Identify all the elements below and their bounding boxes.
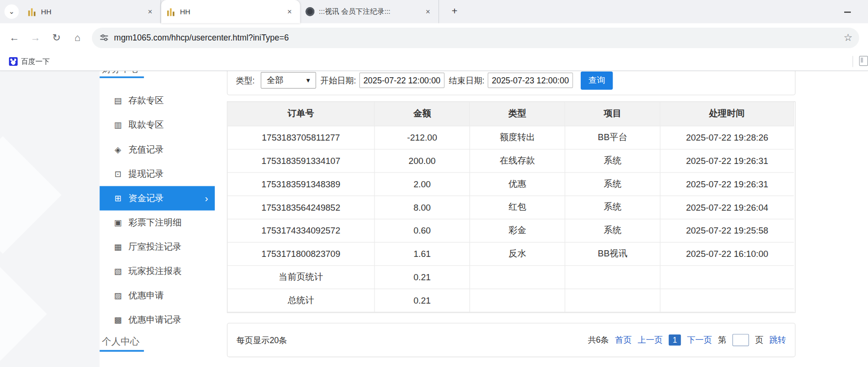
sidebar-item[interactable]: 提现记录 › bbox=[100, 162, 215, 186]
cell-time: 2025-07-22 16:10:00 bbox=[660, 243, 794, 266]
type-filter-label: 类型: bbox=[236, 76, 255, 86]
tab-favicon-icon bbox=[167, 7, 176, 16]
cell-amount: 200.00 bbox=[375, 150, 470, 173]
browser-tab[interactable]: HH × bbox=[22, 0, 161, 23]
query-button[interactable]: 查询 bbox=[581, 71, 613, 90]
cell-time bbox=[660, 289, 794, 313]
sidebar-item-label: 取款专区 bbox=[129, 119, 164, 131]
records-table: 订单号 金额 类型 项目 处理时间 1753183705811277 -212.… bbox=[227, 102, 795, 313]
sidebar-item[interactable]: 存款专区 › bbox=[100, 89, 215, 113]
table-header-cell: 处理时间 bbox=[660, 102, 794, 126]
tab-title: HH bbox=[41, 8, 145, 16]
bookmark-star-icon[interactable]: ☆ bbox=[844, 31, 853, 44]
bookmark-item[interactable]: 百度一下 bbox=[6, 55, 53, 68]
cell-type: 在线存款 bbox=[470, 150, 565, 173]
home-icon[interactable]: ⌂ bbox=[70, 30, 85, 46]
sidebar-menu: 存款专区 › 取款专区 › 充值记录 › bbox=[100, 89, 215, 332]
sidebar-item[interactable]: 优惠申请记录 › bbox=[100, 308, 215, 332]
jump-suffix-text: 页 bbox=[755, 335, 763, 345]
sidebar-item-icon bbox=[113, 144, 123, 154]
table-header-cell: 项目 bbox=[565, 102, 660, 126]
cell-amount: 0.21 bbox=[375, 289, 470, 313]
cell-time: 2025-07-22 19:26:31 bbox=[660, 173, 794, 196]
sidebar-item-label: 提现记录 bbox=[129, 168, 164, 180]
chevron-right-icon: › bbox=[205, 193, 208, 204]
table-row: 1753183705811277 -212.00 额度转出 BB平台 2025-… bbox=[228, 126, 795, 150]
cell-project: 系统 bbox=[565, 173, 660, 196]
tab-close-icon[interactable]: × bbox=[284, 7, 294, 17]
table-row: 1753183591334107 200.00 在线存款 系统 2025-07-… bbox=[228, 150, 795, 173]
address-bar[interactable]: mgm1065.com/hhcp/usercenter.html?iniType… bbox=[92, 28, 859, 48]
sidebar-item[interactable]: 资金记录 › bbox=[100, 186, 215, 210]
prev-page-link[interactable]: 上一页 bbox=[638, 335, 663, 345]
tab-close-icon[interactable]: × bbox=[423, 7, 433, 17]
sidebar-item-icon bbox=[113, 291, 123, 301]
table-row: 1753183564249852 8.00 红包 系统 2025-07-22 1… bbox=[228, 196, 795, 219]
sidebar-item-label: 厅室投注记录 bbox=[129, 241, 182, 253]
cell-order-no: 1753183705811277 bbox=[228, 126, 375, 150]
sidebar-item[interactable]: 取款专区 › bbox=[100, 113, 215, 137]
sidebar-item-icon bbox=[113, 242, 123, 252]
current-page-indicator[interactable]: 1 bbox=[669, 335, 681, 346]
cell-project: 系统 bbox=[565, 219, 660, 243]
end-date-label: 结束日期: bbox=[449, 76, 484, 86]
cell-type: 优惠 bbox=[470, 173, 565, 196]
sidebar-item[interactable]: 厅室投注记录 › bbox=[100, 235, 215, 259]
cell-time: 2025-07-22 19:26:04 bbox=[660, 196, 794, 219]
cell-time: 2025-07-22 19:25:58 bbox=[660, 219, 794, 243]
tab-favicon-icon bbox=[28, 7, 37, 16]
page-jump-input[interactable] bbox=[732, 334, 749, 347]
reload-icon[interactable]: ↻ bbox=[49, 30, 64, 46]
sidebar-item[interactable]: 彩票下注明细 › bbox=[100, 211, 215, 235]
sidebar-item[interactable]: 玩家投注报表 › bbox=[100, 259, 215, 284]
sidebar-item-label: 充值记录 bbox=[129, 144, 164, 155]
table-row: 1753171800823709 1.61 反水 BB视讯 2025-07-22… bbox=[228, 243, 795, 266]
cell-order-no: 总统计 bbox=[228, 289, 375, 313]
tab-close-icon[interactable]: × bbox=[145, 7, 155, 17]
tab-favicon-icon bbox=[305, 7, 314, 16]
pagination-bar: 每页显示20条 共6条 首页 上一页 1 下一页 第 页 跳转 bbox=[227, 323, 795, 357]
browser-tab[interactable]: HH × bbox=[161, 0, 300, 23]
forward-icon[interactable]: → bbox=[28, 30, 43, 46]
browser-window: ⌄ HH × HH × :::视讯 会员下注纪录::: × bbox=[0, 0, 868, 367]
new-tab-button[interactable]: + bbox=[447, 4, 462, 19]
table-body: 1753183705811277 -212.00 额度转出 BB平台 2025-… bbox=[228, 126, 795, 312]
window-minimize-button[interactable] bbox=[839, 7, 856, 18]
back-icon[interactable]: ← bbox=[7, 30, 22, 46]
table-row: 1753174334092572 0.60 彩金 系统 2025-07-22 1… bbox=[228, 219, 795, 243]
jump-button[interactable]: 跳转 bbox=[769, 335, 786, 345]
tab-search-icon[interactable]: ⌄ bbox=[4, 4, 19, 19]
cell-amount: 2.00 bbox=[375, 173, 470, 196]
bookmarks-panel-icon[interactable] bbox=[859, 56, 868, 66]
start-date-input[interactable] bbox=[359, 72, 444, 88]
cell-order-no: 1753174334092572 bbox=[228, 219, 375, 243]
cell-project bbox=[565, 266, 660, 289]
type-select[interactable]: 全部 ▼ bbox=[261, 72, 316, 89]
cell-time bbox=[660, 266, 794, 289]
cell-project bbox=[565, 289, 660, 313]
browser-tab[interactable]: :::视讯 会员下注纪录::: × bbox=[300, 0, 439, 23]
sidebar-item[interactable]: 充值记录 › bbox=[100, 137, 215, 162]
sidebar-item-label: 优惠申请记录 bbox=[129, 314, 182, 326]
cell-order-no: 1753183591334107 bbox=[228, 150, 375, 173]
sidebar-item-icon bbox=[113, 266, 123, 276]
sidebar-item[interactable]: 优惠申请 › bbox=[100, 284, 215, 308]
cell-project: BB视讯 bbox=[565, 243, 660, 266]
url-text: mgm1065.com/hhcp/usercenter.html?iniType… bbox=[114, 33, 289, 42]
sidebar-item-icon bbox=[113, 194, 123, 204]
cell-order-no: 1753171800823709 bbox=[228, 243, 375, 266]
first-page-link[interactable]: 首页 bbox=[615, 335, 632, 345]
end-date-input[interactable] bbox=[488, 72, 573, 88]
heading-underline bbox=[100, 350, 144, 351]
sidebar-item-label: 存款专区 bbox=[129, 95, 164, 106]
decor-triangle bbox=[0, 136, 61, 254]
next-page-link[interactable]: 下一页 bbox=[687, 335, 712, 345]
sidebar-item-label: 资金记录 bbox=[129, 193, 164, 204]
site-info-icon[interactable] bbox=[100, 33, 109, 44]
table-header-cell: 类型 bbox=[470, 102, 565, 126]
cell-order-no: 当前页统计 bbox=[228, 266, 375, 289]
tab-strip: ⌄ HH × HH × :::视讯 会员下注纪录::: × bbox=[0, 0, 868, 23]
table-header-cell: 订单号 bbox=[228, 102, 375, 126]
sidebar-item-icon bbox=[113, 218, 123, 228]
cell-time: 2025-07-22 19:26:31 bbox=[660, 150, 794, 173]
